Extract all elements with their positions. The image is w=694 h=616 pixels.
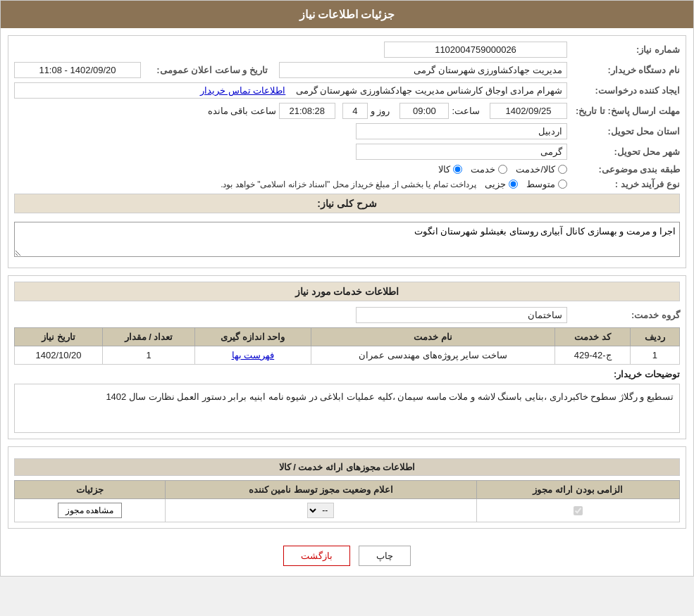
mohlat-rooz-label: روز و xyxy=(371,106,390,116)
page-header: جزئیات اطلاعات نیاز xyxy=(1,1,693,28)
tabaghe-radio-group: کالا/خدمت خدمت کالا xyxy=(438,164,567,175)
sharh-title: شرح کلی نیاز: xyxy=(14,194,680,213)
gorooh-value: ساختمان xyxy=(356,307,567,323)
khadamat-title: اطلاعات خدمات مورد نیاز xyxy=(14,282,680,301)
mohlat-saat-label: ساعت: xyxy=(452,106,480,116)
tabaghe-label: طبقه بندی موضوعی: xyxy=(567,164,680,175)
desc-label: توضیحات خریدار: xyxy=(595,369,680,379)
page-title: جزئیات اطلاعات نیاز xyxy=(299,8,395,20)
name-dastgah-label: نام دستگاه خریدار: xyxy=(567,65,680,75)
mojoz-row: -- مشاهده مجوز xyxy=(15,499,680,522)
mohlat-rooz-val: 4 xyxy=(342,103,368,119)
farayand-radio-group: متوسط جزیی xyxy=(485,179,567,189)
cell-tedad: 1 xyxy=(103,346,195,365)
button-row: چاپ بازگشت xyxy=(1,536,693,576)
col-tarikh: تاریخ نیاز xyxy=(15,328,103,346)
khadamat-table-header: ردیف کد خدمت نام خدمت واحد اندازه گیری ت… xyxy=(15,328,680,346)
ostan-value: اردبیل xyxy=(356,123,567,139)
radio-motavasset[interactable]: متوسط xyxy=(526,179,567,189)
cell-tarikh: 1402/10/20 xyxy=(15,346,103,365)
shahr-row: شهر محل تحویل: گرمی xyxy=(14,144,680,160)
farayand-note: پرداخت تمام یا بخشی از مبلغ خریداز محل "… xyxy=(221,180,476,189)
farayand-row: نوع فرآیند خرید : متوسط جزیی پرداخت تمام… xyxy=(14,179,680,189)
page-wrapper: جزئیات اطلاعات نیاز شماره نیاز: 11020047… xyxy=(0,0,694,577)
radio-khadamat[interactable]: خدمت xyxy=(471,164,507,175)
tabaghe-row: طبقه بندی موضوعی: کالا/خدمت خدمت کالا xyxy=(14,164,680,175)
col-elzami: الزامی بودن ارائه مجوز xyxy=(476,481,679,499)
status-select[interactable]: -- xyxy=(307,503,334,518)
status-cell: -- xyxy=(165,499,476,522)
mojoz-title: اطلاعات مجوزهای ارائه خدمت / کالا xyxy=(14,458,680,476)
mohlat-saat-val: 09:00 xyxy=(399,103,449,119)
mojoz-table: الزامی بودن ارائه مجوز اعلام وضعیت مجوز … xyxy=(14,480,680,522)
khadamat-table: ردیف کد خدمت نام خدمت واحد اندازه گیری ت… xyxy=(14,327,680,365)
details-cell: مشاهده مجوز xyxy=(15,499,166,522)
sharh-container xyxy=(14,219,680,262)
remain-label: ساعت باقی مانده xyxy=(208,106,276,116)
shomara-label: شماره نیاز: xyxy=(567,44,680,55)
ijad-value: شهرام مرادی اوجاق کارشناس مدیریت جهادکشا… xyxy=(14,82,567,99)
khadamat-section: اطلاعات خدمات مورد نیاز گروه خدمت: ساختم… xyxy=(8,275,686,439)
ijad-link[interactable]: اطلاعات تماس خریدار xyxy=(200,85,285,96)
back-button[interactable]: بازگشت xyxy=(283,546,350,566)
col-vahed: واحد اندازه گیری xyxy=(194,328,311,346)
name-dastgah-value: مدیریت جهادکشاورزی شهرستان گرمی xyxy=(279,62,567,78)
elzami-cell xyxy=(476,499,679,522)
gorooh-label: گروه خدمت: xyxy=(567,310,680,320)
tarikh-value: 1402/09/20 - 11:08 xyxy=(14,62,141,78)
mohlat-row: مهلت ارسال پاسخ: تا تاریخ: 1402/09/25 سا… xyxy=(14,103,680,119)
mohlat-date: 1402/09/25 xyxy=(490,103,567,119)
dastgah-tarikh-row: نام دستگاه خریدار: مدیریت جهادکشاورزی شه… xyxy=(14,62,680,78)
desc-row: توضیحات خریدار: xyxy=(14,369,680,379)
cell-name: ساخت سایر پروژه‌های مهندسی عمران xyxy=(311,346,555,365)
col-status: اعلام وضعیت مجوز توسط نامین کننده xyxy=(165,481,476,499)
desc-box: تسطیع و رگلاژ سطوح خاکبرداری ،بنایی باسن… xyxy=(14,384,680,433)
mohlat-label: مهلت ارسال پاسخ: تا تاریخ: xyxy=(567,106,680,116)
ostan-row: استان محل تحویل: اردبیل xyxy=(14,123,680,139)
desc-value: تسطیع و رگلاژ سطوح خاکبرداری ،بنایی باسن… xyxy=(106,391,674,402)
ijad-row: ایجاد کننده درخواست: شهرام مرادی اوجاق ک… xyxy=(14,82,680,99)
shahr-value: گرمی xyxy=(356,144,567,160)
gorooh-row: گروه خدمت: ساختمان xyxy=(14,307,680,323)
mohlat-remain: 21:08:28 xyxy=(279,103,335,119)
cell-radif: 1 xyxy=(630,346,679,365)
print-button[interactable]: چاپ xyxy=(359,546,411,566)
sharh-textarea[interactable] xyxy=(14,222,680,257)
view-mojoz-button[interactable]: مشاهده مجوز xyxy=(58,503,121,518)
radio-jozi[interactable]: جزیی xyxy=(485,179,518,189)
mojoz-header: الزامی بودن ارائه مجوز اعلام وضعیت مجوز … xyxy=(15,481,680,499)
col-name: نام خدمت xyxy=(311,328,555,346)
elzami-checkbox xyxy=(574,506,583,515)
col-details: جزئیات xyxy=(15,481,166,499)
farayand-label: نوع فرآیند خرید : xyxy=(567,179,680,189)
cell-kod: ج-42-429 xyxy=(555,346,630,365)
table-row: 1 ج-42-429 ساخت سایر پروژه‌های مهندسی عم… xyxy=(15,346,680,365)
shahr-label: شهر محل تحویل: xyxy=(567,146,680,157)
shomara-value: 1102004759000026 xyxy=(384,42,567,58)
col-tedad: تعداد / مقدار xyxy=(103,328,195,346)
tarikh-label: تاریخ و ساعت اعلان عمومی: xyxy=(141,65,268,75)
col-radif: ردیف xyxy=(630,328,679,346)
ijad-label: ایجاد کننده درخواست: xyxy=(567,85,680,96)
col-kod: کد خدمت xyxy=(555,328,630,346)
radio-kala-khadamat[interactable]: کالا/خدمت xyxy=(516,164,567,175)
ostan-label: استان محل تحویل: xyxy=(567,126,680,137)
mojoz-section: اطلاعات مجوزهای ارائه خدمت / کالا الزامی… xyxy=(8,446,686,529)
cell-vahed[interactable]: فهرست بها xyxy=(194,346,311,365)
shomara-row: شماره نیاز: 1102004759000026 xyxy=(14,42,680,58)
radio-kala[interactable]: کالا xyxy=(438,164,462,175)
main-info-section: شماره نیاز: 1102004759000026 نام دستگاه … xyxy=(8,35,686,268)
